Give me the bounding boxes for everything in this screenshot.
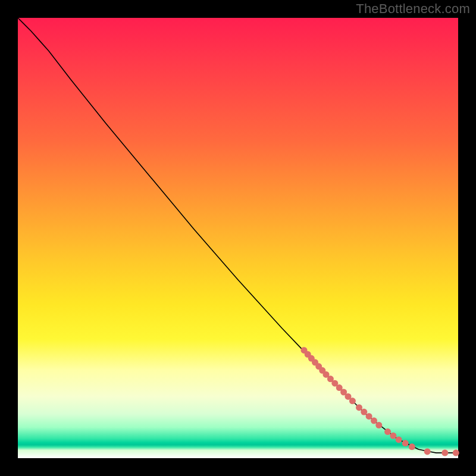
data-dot: [371, 418, 377, 424]
data-dot: [384, 428, 391, 435]
data-dot: [375, 422, 382, 428]
data-dot: [396, 436, 402, 443]
data-dot: [402, 440, 409, 446]
plot-svg: [18, 18, 458, 458]
data-dot: [361, 409, 367, 415]
data-dot: [366, 413, 372, 419]
watermark-text: TheBottleneck.com: [356, 1, 470, 17]
bottleneck-curve: [18, 18, 458, 453]
data-dot: [349, 397, 356, 404]
plot-area: [18, 18, 458, 458]
data-dot: [441, 450, 448, 456]
chart-frame: TheBottleneck.com: [0, 0, 476, 476]
data-dots: [301, 347, 459, 456]
data-dot: [409, 443, 415, 450]
data-dot: [390, 433, 396, 439]
data-dot: [356, 404, 362, 411]
data-dot: [453, 450, 459, 456]
data-dot: [424, 448, 431, 455]
